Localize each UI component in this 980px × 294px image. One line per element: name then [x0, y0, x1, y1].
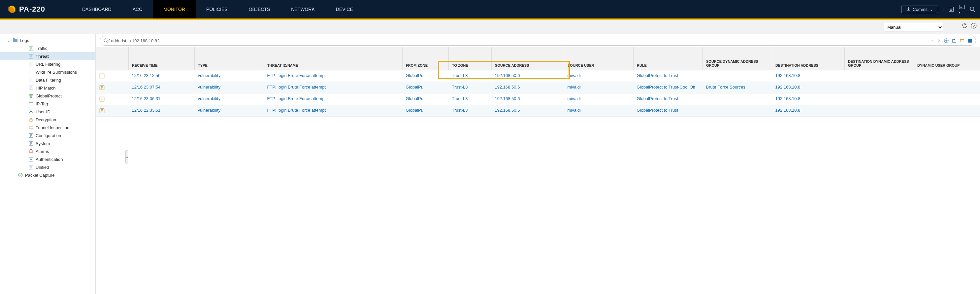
sidebar-item-threat[interactable]: Threat [0, 52, 95, 60]
refresh-mode-select[interactable]: Manual [884, 23, 943, 31]
cell-to-zone[interactable]: Trust-L3 [449, 81, 492, 93]
col-rule[interactable]: RULE [633, 47, 703, 70]
tab-monitor[interactable]: MONITOR [153, 0, 196, 19]
save-filter-icon[interactable] [952, 38, 956, 43]
col-src-dag[interactable]: SOURCE DYNAMIC ADDRESS GROUP [703, 47, 772, 70]
cell-to-zone[interactable]: Trust-L3 [449, 70, 492, 81]
cell-dug[interactable] [914, 70, 980, 81]
cell-rule[interactable]: GlobalProtect to Trust-Cool Off [633, 81, 703, 93]
cell-dug[interactable] [914, 93, 980, 105]
cell-receive-time[interactable]: 12/16 23:06:31 [129, 93, 195, 105]
export-icon[interactable] [968, 38, 972, 43]
sidebar-item-alarms[interactable]: Alarms [0, 147, 95, 155]
cell-src-addr[interactable]: 192.168.50.6 [492, 81, 564, 93]
search-icon[interactable] [969, 6, 975, 12]
sidebar-item-url-filtering[interactable]: URL Filtering [0, 60, 95, 68]
cell-src-user[interactable]: mivaldi [564, 70, 633, 81]
sidebar-item-tunnel-inspection[interactable]: Tunnel Inspection [0, 123, 95, 131]
filter-input[interactable] [108, 38, 928, 43]
col-to-zone[interactable]: TO ZONE [449, 47, 492, 70]
cell-dst-dag[interactable] [845, 81, 914, 93]
table-row[interactable]: 12/16 23:06:31vulnerabilityFTP: login Br… [96, 93, 980, 105]
detail-icon-cell[interactable] [96, 105, 112, 116]
table-row[interactable]: 12/16 23:07:54vulnerabilityFTP: login Br… [96, 81, 980, 93]
sidebar-item-data-filtering[interactable]: Data Filtering [0, 76, 95, 84]
sidebar-item-configuration[interactable]: Configuration [0, 131, 95, 139]
sidebar-item-wildfire[interactable]: WildFire Submissions [0, 68, 95, 76]
sidebar-item-globalprotect[interactable]: GlobalProtect [0, 92, 95, 100]
col-type[interactable]: TYPE [195, 47, 264, 70]
cell-type[interactable]: vulnerability [195, 70, 264, 81]
col-from-zone[interactable]: FROM ZONE [402, 47, 449, 70]
refresh-icon[interactable] [961, 23, 967, 29]
tab-network[interactable]: NETWORK [280, 0, 325, 19]
cell-src-dag[interactable] [703, 105, 772, 116]
cell-src-user[interactable]: mivaldi [564, 81, 633, 93]
cell-dug[interactable] [914, 105, 980, 116]
col-receive-time[interactable]: RECEIVE TIME [129, 47, 195, 70]
cell-dst-dag[interactable] [845, 70, 914, 81]
cell-rule[interactable]: GlobalProtect to Trust [633, 70, 703, 81]
load-filter-icon[interactable] [960, 38, 964, 43]
cell-from-zone[interactable]: GlobalPr... [402, 81, 449, 93]
cell-src-addr[interactable]: 192.168.50.6 [492, 105, 564, 116]
add-filter-icon[interactable] [944, 38, 949, 43]
col-dst-dag[interactable]: DESTINATION DYNAMIC ADDRESS GROUP [845, 47, 914, 70]
cell-src-user[interactable]: mivaldi [564, 93, 633, 105]
cell-dst-addr[interactable]: 192.168.10.8 [772, 70, 845, 81]
cell-src-dag[interactable] [703, 70, 772, 81]
log-detail-icon[interactable] [99, 85, 109, 91]
sidebar-splitter[interactable]: ◂ [126, 20, 128, 294]
log-detail-icon[interactable] [99, 108, 109, 113]
cell-dst-addr[interactable]: 192.168.10.8 [772, 93, 845, 105]
log-detail-icon[interactable] [99, 73, 109, 79]
sidebar-item-traffic[interactable]: Traffic [0, 44, 95, 52]
tasks-icon[interactable] [948, 6, 954, 12]
log-detail-icon[interactable] [99, 96, 109, 102]
cell-from-zone[interactable]: GlobalPr... [402, 70, 449, 81]
table-row[interactable]: 12/16 22:33:51vulnerabilityFTP: login Br… [96, 105, 980, 116]
detail-icon-cell[interactable] [96, 93, 112, 105]
cell-dst-dag[interactable] [845, 105, 914, 116]
apply-filter-icon[interactable]: → [930, 38, 934, 43]
cell-receive-time[interactable]: 12/16 22:33:51 [129, 105, 195, 116]
cell-src-dag[interactable]: Brute Force Sources [703, 81, 772, 93]
col-dst-addr[interactable]: DESTINATION ADDRESS [772, 47, 845, 70]
col-dug[interactable]: DYNAMIC USER GROUP [914, 47, 980, 70]
cell-threat[interactable]: FTP: login Brute Force attempt [264, 105, 402, 116]
cell-dst-addr[interactable]: 192.168.10.8 [772, 105, 845, 116]
sidebar-item-authentication[interactable]: Authentication [0, 155, 95, 163]
commit-button[interactable]: Commit ⌄ [901, 6, 938, 13]
detail-icon-cell[interactable] [96, 70, 112, 81]
help-icon[interactable]: ? [971, 23, 977, 29]
detail-icon-cell[interactable] [96, 81, 112, 93]
cell-rule[interactable]: GlobalProtect to Trust [633, 105, 703, 116]
tab-device[interactable]: DEVICE [325, 0, 364, 19]
cell-type[interactable]: vulnerability [195, 105, 264, 116]
sidebar-item-logs[interactable]: ⌄ Logs [0, 36, 95, 44]
cell-rule[interactable]: GlobalProtect to Trust [633, 93, 703, 105]
cell-src-addr[interactable]: 192.168.50.6 [492, 70, 564, 81]
cell-type[interactable]: vulnerability [195, 81, 264, 93]
cell-threat[interactable]: FTP: login Brute Force attempt [264, 70, 402, 81]
cell-threat[interactable]: FTP: login Brute Force attempt [264, 93, 402, 105]
col-threat[interactable]: THREAT ID/NAME [264, 47, 402, 70]
sidebar-item-system[interactable]: System [0, 139, 95, 147]
cell-dug[interactable] [914, 81, 980, 93]
clear-filter-icon[interactable]: ✕ [937, 38, 941, 43]
cell-src-dag[interactable] [703, 93, 772, 105]
sidebar-item-user-id[interactable]: User-ID [0, 108, 95, 116]
language-icon[interactable]: ▾ [959, 4, 965, 14]
col-src-user[interactable]: SOURCE USER [564, 47, 633, 70]
col-expand[interactable] [96, 47, 112, 70]
sidebar-item-unified[interactable]: Unified [0, 163, 95, 171]
sidebar-item-ip-tag[interactable]: IP-Tag [0, 100, 95, 108]
cell-type[interactable]: vulnerability [195, 93, 264, 105]
cell-dst-addr[interactable]: 192.168.10.8 [772, 81, 845, 93]
tab-acc[interactable]: ACC [122, 0, 153, 19]
sidebar-item-decryption[interactable]: Decryption [0, 116, 95, 123]
sidebar-item-hip-match[interactable]: HIP Match [0, 84, 95, 92]
cell-from-zone[interactable]: GlobalPr... [402, 105, 449, 116]
tab-dashboard[interactable]: DASHBOARD [72, 0, 122, 19]
tab-objects[interactable]: OBJECTS [238, 0, 281, 19]
